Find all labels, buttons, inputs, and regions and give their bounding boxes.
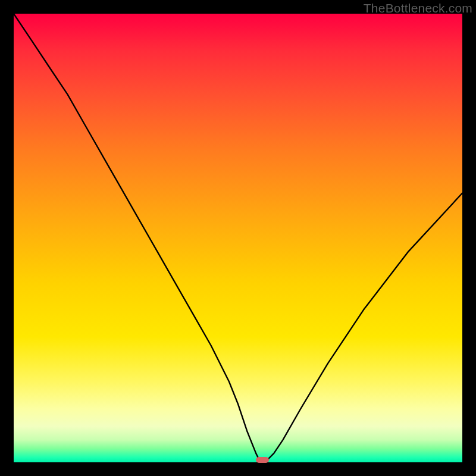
- bottleneck-curve: [14, 14, 462, 462]
- chart-frame: TheBottleneck.com: [0, 0, 476, 476]
- plot-area: [14, 14, 462, 462]
- minimum-marker: [256, 457, 269, 463]
- watermark-text: TheBottleneck.com: [364, 1, 472, 15]
